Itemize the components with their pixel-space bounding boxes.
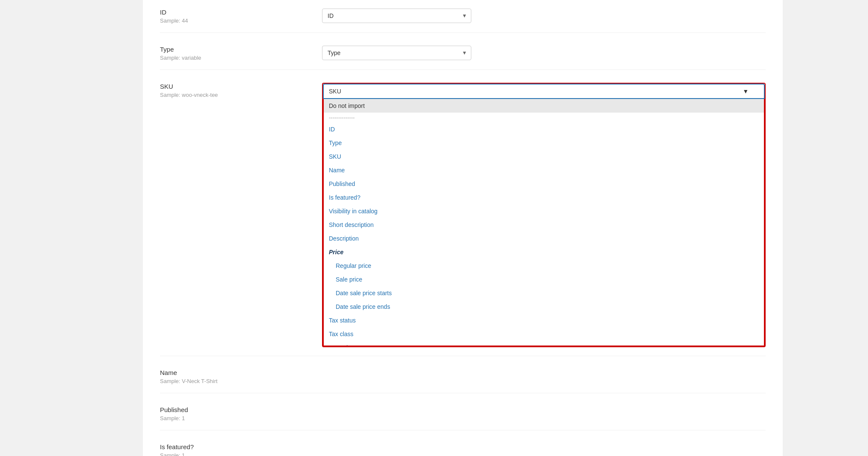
published-field-row: Published Sample: 1: [160, 406, 766, 430]
sku-dropdown-list[interactable]: Do not import -------------- ID Type SKU…: [323, 99, 765, 346]
dropdown-item-do-not-import[interactable]: Do not import: [324, 99, 764, 113]
type-label-col: Type Sample: variable: [160, 46, 322, 61]
sku-label-col: SKU Sample: woo-vneck-tee: [160, 83, 322, 98]
sku-label: SKU: [160, 83, 314, 90]
dropdown-item-date-sale-starts[interactable]: Date sale price starts: [324, 286, 764, 300]
sku-control-col: SKU ▼ Do not import -------------- ID Ty…: [322, 83, 766, 347]
dropdown-item-regular-price[interactable]: Regular price: [324, 259, 764, 273]
dropdown-item-separator: --------------: [324, 113, 764, 122]
left-panel: [0, 0, 143, 456]
dropdown-item-price-header: Price: [324, 245, 764, 259]
id-label: ID: [160, 9, 314, 16]
sku-dropdown-arrow-icon: ▼: [743, 88, 749, 95]
dropdown-item-short-desc[interactable]: Short description: [324, 218, 764, 232]
sku-dropdown-list-inner[interactable]: Do not import -------------- ID Type SKU…: [324, 99, 764, 346]
id-control-col: ID ▼: [322, 9, 766, 23]
is-featured-label: Is featured?: [160, 443, 314, 450]
id-field-row: ID Sample: 44 ID ▼: [160, 9, 766, 33]
dropdown-item-in-stock[interactable]: In stock?: [324, 341, 764, 346]
sku-field-row: SKU Sample: woo-vneck-tee SKU ▼ Do not i…: [160, 83, 766, 356]
type-select[interactable]: Type: [322, 46, 471, 60]
published-label-col: Published Sample: 1: [160, 406, 322, 421]
type-control-col: Type ▼: [322, 46, 766, 60]
dropdown-item-sale-price[interactable]: Sale price: [324, 273, 764, 286]
sku-dropdown-outline: SKU ▼ Do not import -------------- ID Ty…: [322, 83, 766, 347]
dropdown-item-published[interactable]: Published: [324, 177, 764, 191]
dropdown-item-id[interactable]: ID: [324, 122, 764, 136]
dropdown-item-tax-class[interactable]: Tax class: [324, 327, 764, 341]
dropdown-item-is-featured[interactable]: Is featured?: [324, 191, 764, 204]
dropdown-item-name[interactable]: Name: [324, 163, 764, 177]
type-sample: Sample: variable: [160, 55, 314, 61]
right-panel: [783, 0, 868, 456]
type-label: Type: [160, 46, 314, 53]
id-select-wrapper: ID ▼: [322, 9, 471, 23]
is-featured-label-col: Is featured? Sample: 1: [160, 443, 322, 456]
sku-dropdown-value: SKU: [329, 88, 341, 95]
name-sample: Sample: V-Neck T-Shirt: [160, 378, 314, 384]
name-label: Name: [160, 369, 314, 376]
sku-sample: Sample: woo-vneck-tee: [160, 92, 314, 98]
type-select-wrapper: Type ▼: [322, 46, 471, 60]
id-label-col: ID Sample: 44: [160, 9, 322, 24]
name-label-col: Name Sample: V-Neck T-Shirt: [160, 369, 322, 384]
type-field-row: Type Sample: variable Type ▼: [160, 46, 766, 70]
dropdown-item-date-sale-ends[interactable]: Date sale price ends: [324, 300, 764, 314]
dropdown-item-tax-status[interactable]: Tax status: [324, 314, 764, 327]
published-label: Published: [160, 406, 314, 413]
dropdown-item-sku[interactable]: SKU: [324, 150, 764, 163]
published-sample: Sample: 1: [160, 415, 314, 421]
main-content: ID Sample: 44 ID ▼ Type Sample: variable: [143, 0, 783, 456]
id-sample: Sample: 44: [160, 17, 314, 24]
is-featured-field-row: Is featured? Sample: 1: [160, 443, 766, 456]
dropdown-item-type[interactable]: Type: [324, 136, 764, 150]
id-select[interactable]: ID: [322, 9, 471, 23]
sku-dropdown-trigger[interactable]: SKU ▼: [323, 84, 765, 99]
is-featured-sample: Sample: 1: [160, 452, 314, 456]
dropdown-item-visibility[interactable]: Visibility in catalog: [324, 204, 764, 218]
dropdown-item-description[interactable]: Description: [324, 232, 764, 245]
name-field-row: Name Sample: V-Neck T-Shirt: [160, 369, 766, 393]
